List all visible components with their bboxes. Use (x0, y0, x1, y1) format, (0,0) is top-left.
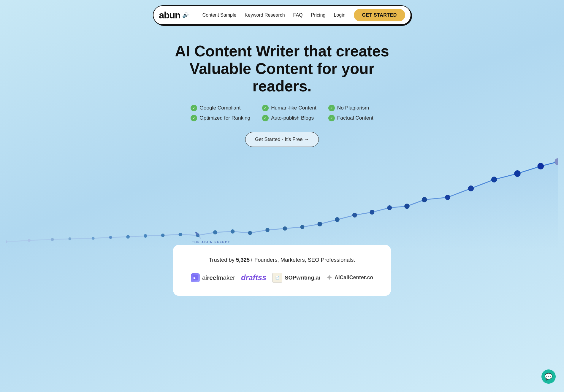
logo-draftss: draftss (241, 273, 266, 282)
nav-keyword-research[interactable]: Keyword Research (245, 12, 285, 18)
svg-point-24 (445, 195, 450, 200)
aicall-icon: ✦ (326, 274, 332, 282)
check-icon: ✓ (328, 105, 335, 111)
chat-icon: 💬 (544, 373, 553, 381)
navbar-wrapper: abun 🔊 Content Sample Keyword Research F… (0, 0, 564, 25)
svg-point-14 (265, 228, 270, 232)
svg-text:▶: ▶ (194, 276, 196, 280)
trust-wrapper: Trusted by 5,325+ Founders, Marketers, S… (0, 245, 564, 314)
svg-point-13 (248, 231, 252, 235)
svg-point-18 (335, 217, 340, 222)
svg-point-5 (109, 236, 112, 239)
nav-faq[interactable]: FAQ (293, 12, 303, 18)
hero-section: AI Content Writer that creates Valuable … (0, 25, 564, 251)
chat-bubble[interactable]: 💬 (541, 369, 556, 384)
svg-point-4 (92, 237, 95, 240)
navbar: abun 🔊 Content Sample Keyword Research F… (153, 5, 411, 25)
check-icon: ✓ (328, 115, 335, 121)
feature-factual: ✓ Factual Content (328, 115, 373, 121)
feature-ranking: ✓ Optimized for Ranking (191, 115, 250, 121)
svg-point-6 (126, 235, 130, 239)
nav-pricing[interactable]: Pricing (311, 12, 326, 18)
svg-point-7 (144, 234, 147, 238)
logo-sound-icon: 🔊 (182, 12, 189, 18)
nav-links: Content Sample Keyword Research FAQ Pric… (202, 12, 346, 18)
svg-text:THE ABUN EFFECT: THE ABUN EFFECT (192, 240, 230, 244)
hero-cta-button[interactable]: Get Started - It's Free → (245, 132, 319, 147)
svg-point-3 (68, 237, 71, 240)
feature-autopublish: ✓ Auto-publish Blogs (262, 115, 316, 121)
check-icon: ✓ (191, 105, 197, 111)
svg-point-12 (231, 229, 235, 234)
logo-aicallcenter: ✦ AICallCenter.co (326, 274, 373, 282)
feature-no-plagiarism: ✓ No Plagiarism (328, 105, 373, 111)
svg-point-25 (468, 185, 474, 191)
svg-point-26 (491, 177, 497, 182)
svg-point-27 (514, 170, 521, 177)
svg-point-21 (387, 205, 392, 210)
svg-point-9 (178, 233, 182, 236)
trust-section: Trusted by 5,325+ Founders, Marketers, S… (173, 245, 391, 296)
logo-sopwriting: 📄 SOPwriting.ai (272, 273, 320, 283)
svg-point-2 (51, 238, 54, 241)
svg-point-1 (28, 239, 31, 242)
aireel-icon: ▶ (191, 273, 200, 282)
trust-text: Trusted by 5,325+ Founders, Marketers, S… (191, 257, 373, 263)
check-icon: ✓ (262, 115, 269, 121)
growth-chart: THE ABUN EFFECT (6, 156, 558, 251)
svg-point-16 (300, 225, 305, 229)
hero-title: AI Content Writer that creates Valuable … (163, 43, 401, 95)
chart-area: THE ABUN EFFECT (6, 156, 558, 251)
check-icon: ✓ (191, 115, 197, 121)
feature-human-like: ✓ Human-like Content (262, 105, 316, 111)
nav-login[interactable]: Login (334, 12, 345, 18)
features-grid: ✓ Google Compliant ✓ Human-like Content … (6, 105, 558, 121)
feature-google-compliant: ✓ Google Compliant (191, 105, 250, 111)
logo[interactable]: abun 🔊 (159, 10, 188, 21)
svg-point-19 (352, 213, 357, 218)
svg-point-23 (422, 197, 427, 202)
logos-row: ▶ aireelmaker draftss 📄 SOPwriting.ai ✦ … (191, 273, 373, 283)
svg-point-28 (537, 163, 544, 169)
svg-point-17 (317, 222, 322, 226)
nav-content-sample[interactable]: Content Sample (202, 12, 237, 18)
svg-point-20 (370, 210, 375, 215)
svg-point-22 (404, 204, 410, 209)
check-icon: ✓ (262, 105, 269, 111)
get-started-button[interactable]: GET STARTED (354, 9, 405, 21)
svg-point-11 (213, 230, 217, 234)
svg-point-15 (283, 226, 287, 231)
logo-aireelmaker: ▶ aireelmaker (191, 273, 235, 282)
logo-text: abun (159, 10, 180, 21)
svg-point-8 (161, 234, 165, 237)
sop-icon: 📄 (272, 273, 282, 283)
